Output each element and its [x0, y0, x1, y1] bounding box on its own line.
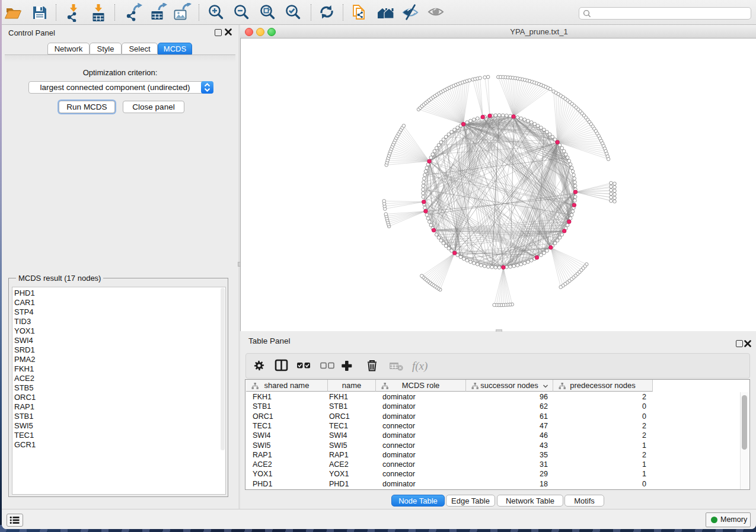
svg-text:f(x): f(x) [412, 360, 428, 373]
